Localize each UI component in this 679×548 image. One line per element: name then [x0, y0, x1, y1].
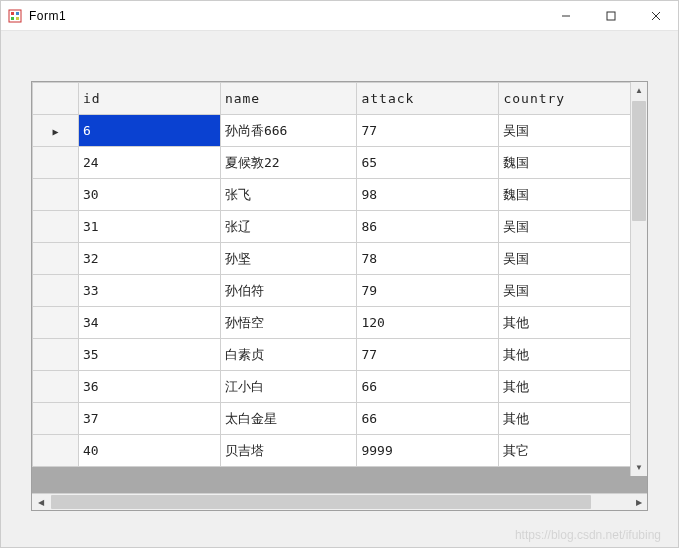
cell-attack[interactable]: 77 [357, 115, 499, 147]
cell-name[interactable]: 江小白 [220, 371, 357, 403]
row-header[interactable] [33, 371, 79, 403]
scroll-down-arrow-icon[interactable]: ▼ [631, 459, 647, 476]
svg-rect-4 [16, 17, 19, 20]
table-row[interactable]: 24夏候敦2265魏国1 [33, 147, 648, 179]
cell-attack[interactable]: 79 [357, 275, 499, 307]
cell-name[interactable]: 夏候敦22 [220, 147, 357, 179]
cell-id[interactable]: 32 [78, 243, 220, 275]
header-row: id name attack country ger [33, 83, 648, 115]
cell-country[interactable]: 吴国 [499, 275, 641, 307]
table-row[interactable]: 33孙伯符79吴国1 [33, 275, 648, 307]
scroll-left-arrow-icon[interactable]: ◀ [32, 494, 49, 510]
row-header[interactable] [33, 403, 79, 435]
svg-rect-1 [11, 12, 14, 15]
cell-country[interactable]: 其它 [499, 435, 641, 467]
cell-name[interactable]: 孙尚香666 [220, 115, 357, 147]
cell-attack[interactable]: 66 [357, 403, 499, 435]
data-table[interactable]: id name attack country ger ▶6孙尚香66677吴国0… [32, 82, 647, 467]
table-row[interactable]: 30张飞98魏国1 [33, 179, 648, 211]
cell-id[interactable]: 6 [78, 115, 220, 147]
row-header[interactable] [33, 275, 79, 307]
cell-name[interactable]: 白素贞 [220, 339, 357, 371]
maximize-button[interactable] [588, 1, 633, 30]
column-header-attack[interactable]: attack [357, 83, 499, 115]
table-row[interactable]: 31张辽86吴国1 [33, 211, 648, 243]
horizontal-scrollbar[interactable]: ◀ ▶ [32, 493, 647, 510]
row-header[interactable] [33, 243, 79, 275]
cell-name[interactable]: 孙悟空 [220, 307, 357, 339]
cell-id[interactable]: 31 [78, 211, 220, 243]
svg-rect-3 [11, 17, 14, 20]
row-header[interactable] [33, 307, 79, 339]
cell-attack[interactable]: 9999 [357, 435, 499, 467]
titlebar[interactable]: Form1 [1, 1, 678, 31]
horizontal-scroll-thumb[interactable] [51, 495, 591, 509]
vertical-scrollbar[interactable]: ▲ ▼ [630, 82, 647, 476]
horizontal-scroll-track[interactable] [49, 494, 630, 510]
row-header[interactable]: ▶ [33, 115, 79, 147]
client-area: id name attack country ger ▶6孙尚香66677吴国0… [1, 31, 678, 547]
cell-id[interactable]: 37 [78, 403, 220, 435]
cell-country[interactable]: 其他 [499, 339, 641, 371]
row-header[interactable] [33, 339, 79, 371]
svg-rect-0 [9, 10, 21, 22]
cell-attack[interactable]: 86 [357, 211, 499, 243]
cell-name[interactable]: 孙伯符 [220, 275, 357, 307]
cell-country[interactable]: 魏国 [499, 179, 641, 211]
current-row-indicator-icon: ▶ [52, 126, 58, 137]
table-row[interactable]: 36江小白66其他1 [33, 371, 648, 403]
datagrid[interactable]: id name attack country ger ▶6孙尚香66677吴国0… [31, 81, 648, 511]
cell-id[interactable]: 36 [78, 371, 220, 403]
cell-attack[interactable]: 78 [357, 243, 499, 275]
cell-id[interactable]: 34 [78, 307, 220, 339]
cell-attack[interactable]: 120 [357, 307, 499, 339]
cell-country[interactable]: 吴国 [499, 115, 641, 147]
window-title: Form1 [29, 9, 543, 23]
cell-name[interactable]: 孙坚 [220, 243, 357, 275]
cell-name[interactable]: 张辽 [220, 211, 357, 243]
datagrid-viewport[interactable]: id name attack country ger ▶6孙尚香66677吴国0… [32, 82, 647, 493]
cell-id[interactable]: 24 [78, 147, 220, 179]
scroll-right-arrow-icon[interactable]: ▶ [630, 494, 647, 510]
table-row[interactable]: 32孙坚78吴国1 [33, 243, 648, 275]
cell-name[interactable]: 太白金星 [220, 403, 357, 435]
window-frame: Form1 id name [0, 0, 679, 548]
cell-id[interactable]: 33 [78, 275, 220, 307]
cell-id[interactable]: 40 [78, 435, 220, 467]
cell-attack[interactable]: 98 [357, 179, 499, 211]
column-header-country[interactable]: country [499, 83, 641, 115]
svg-rect-2 [16, 12, 19, 15]
cell-attack[interactable]: 66 [357, 371, 499, 403]
cell-attack[interactable]: 65 [357, 147, 499, 179]
cell-country[interactable]: 其他 [499, 371, 641, 403]
cell-country[interactable]: 吴国 [499, 243, 641, 275]
scroll-up-arrow-icon[interactable]: ▲ [631, 82, 647, 99]
cell-name[interactable]: 张飞 [220, 179, 357, 211]
table-row[interactable]: 35白素贞77其他0 [33, 339, 648, 371]
table-row[interactable]: ▶6孙尚香66677吴国0 [33, 115, 648, 147]
row-header[interactable] [33, 179, 79, 211]
close-button[interactable] [633, 1, 678, 30]
table-row[interactable]: 37太白金星66其他1 [33, 403, 648, 435]
cell-name[interactable]: 贝吉塔 [220, 435, 357, 467]
window-controls [543, 1, 678, 30]
cell-country[interactable]: 吴国 [499, 211, 641, 243]
app-icon [7, 8, 23, 24]
minimize-button[interactable] [543, 1, 588, 30]
column-header-id[interactable]: id [78, 83, 220, 115]
table-row[interactable]: 40贝吉塔9999其它1 [33, 435, 648, 467]
vertical-scroll-thumb[interactable] [632, 101, 646, 221]
header-corner[interactable] [33, 83, 79, 115]
cell-id[interactable]: 30 [78, 179, 220, 211]
cell-id[interactable]: 35 [78, 339, 220, 371]
row-header[interactable] [33, 147, 79, 179]
row-header[interactable] [33, 211, 79, 243]
table-row[interactable]: 34孙悟空120其他1 [33, 307, 648, 339]
row-header[interactable] [33, 435, 79, 467]
cell-country[interactable]: 其他 [499, 403, 641, 435]
cell-country[interactable]: 其他 [499, 307, 641, 339]
svg-rect-6 [607, 12, 615, 20]
cell-country[interactable]: 魏国 [499, 147, 641, 179]
cell-attack[interactable]: 77 [357, 339, 499, 371]
column-header-name[interactable]: name [220, 83, 357, 115]
